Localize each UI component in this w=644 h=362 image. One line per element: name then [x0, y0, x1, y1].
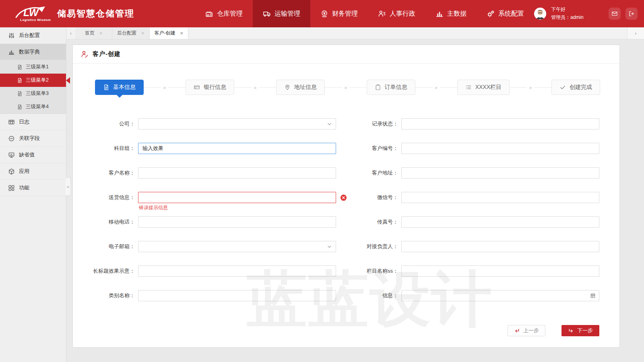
- email-select[interactable]: [138, 241, 336, 252]
- tab-scroll-right-button[interactable]: ›: [627, 27, 644, 39]
- chevron-right-icon: ›: [635, 30, 636, 36]
- sidebar-item-default-values[interactable]: 缺省值: [0, 147, 66, 163]
- sidebar-item-logs[interactable]: 日志: [0, 114, 66, 130]
- info-date-input[interactable]: [401, 290, 599, 301]
- nav-item-finance[interactable]: 财务管理: [310, 0, 368, 27]
- sidebar-subitem-menu1[interactable]: 三级菜单1: [0, 60, 66, 74]
- company-select[interactable]: [138, 118, 336, 130]
- next-step-button[interactable]: 下一步: [561, 325, 599, 336]
- sidebar-item-applications[interactable]: 应用: [0, 163, 66, 180]
- field-customer-address: 客户地址：: [336, 167, 599, 179]
- category-name-input[interactable]: [138, 290, 336, 301]
- sidebar-subitem-menu2[interactable]: 三级菜单2: [0, 74, 66, 87]
- step-order-info[interactable]: 订单信息: [367, 80, 415, 95]
- user-avatar[interactable]: [534, 8, 546, 20]
- field-category-name: 类别名称：: [73, 290, 336, 301]
- column-name-ss-input[interactable]: [401, 265, 599, 277]
- subject-group-input[interactable]: [138, 143, 336, 154]
- nav-item-hr[interactable]: 人事行政: [368, 0, 425, 27]
- link-icon: [8, 135, 15, 142]
- check-icon: [559, 84, 566, 90]
- nav-item-system-config[interactable]: 系统配置: [477, 0, 534, 27]
- record-status-input[interactable]: [401, 118, 599, 130]
- contact-person-input[interactable]: [401, 241, 599, 252]
- apps-icon: [8, 185, 15, 191]
- field-subject-group: 科目组：: [73, 143, 336, 154]
- field-column-name-ss: 栏目名称ss：: [336, 265, 599, 277]
- tab-backend-config[interactable]: 后台配置 ×: [112, 27, 150, 39]
- field-mobile-phone: 移动电话：: [73, 216, 336, 228]
- sidebar-item-functions[interactable]: 功能: [0, 180, 66, 196]
- logout-button[interactable]: [625, 8, 638, 20]
- nav-item-warehouse[interactable]: 仓库管理: [195, 0, 253, 27]
- delivery-info-input[interactable]: [138, 192, 336, 203]
- app-logo[interactable]: LW Logistics Wisdom 储易智慧仓储管理: [0, 5, 133, 22]
- tab-close-icon[interactable]: ×: [180, 31, 184, 36]
- wechat-id-input[interactable]: [401, 192, 599, 203]
- field-label: 移动电话：: [73, 218, 138, 226]
- next-step-label: 下一步: [577, 327, 593, 334]
- sidebar-collapse-button[interactable]: «: [66, 177, 71, 196]
- sidebar-subitem-menu3[interactable]: 三级菜单3: [0, 87, 66, 100]
- field-label: 记录状态：: [336, 120, 401, 128]
- customer-create-card: 客户-创建 基本信息 » 银行信息 »: [72, 45, 620, 348]
- tab-close-icon[interactable]: ×: [99, 31, 103, 36]
- nav-label: 人事行政: [390, 10, 415, 18]
- field-label: 客户地址：: [336, 169, 401, 177]
- field-label: 栏目名称ss：: [336, 267, 401, 275]
- sidebar-item-label: 数据字典: [19, 48, 40, 56]
- nav-item-master-data[interactable]: 主数据: [425, 0, 477, 27]
- tab-close-icon[interactable]: ×: [141, 31, 144, 36]
- previous-step-label: 上一步: [523, 327, 539, 334]
- document-icon: [17, 64, 23, 70]
- calendar-icon[interactable]: [590, 293, 596, 298]
- collapse-chevrons-icon: «: [67, 184, 69, 189]
- double-chevron-icon: »: [161, 84, 168, 90]
- field-label: 传真号：: [336, 218, 401, 226]
- field-label: 长标题效果示意：: [73, 267, 138, 275]
- customer-number-input[interactable]: [401, 143, 599, 154]
- chevron-left-icon: ‹: [70, 30, 72, 36]
- tab-label: 客户-创建: [155, 30, 175, 37]
- step-create-complete[interactable]: 创建完成: [551, 80, 600, 95]
- step-connector: »: [144, 84, 186, 90]
- sidebar-subitem-menu4[interactable]: 三级菜单4: [0, 100, 66, 113]
- customer-name-input[interactable]: [138, 167, 336, 179]
- arrow-forward-icon: [568, 328, 574, 334]
- step-basic-info[interactable]: 基本信息: [95, 80, 144, 95]
- tab-scroll-left-button[interactable]: ‹: [66, 27, 75, 39]
- field-label: 客户编号：: [336, 145, 401, 152]
- document-icon: [17, 78, 23, 83]
- logout-icon: [628, 10, 635, 17]
- step-xxxx-column[interactable]: XXXX栏目: [457, 80, 510, 95]
- sidebar-item-data-dictionary[interactable]: 数据字典: [0, 44, 66, 60]
- step-connector: »: [325, 84, 367, 90]
- tab-label: 首页: [85, 30, 95, 37]
- page-title-bar: 客户-创建: [73, 45, 619, 64]
- wizard-footer: 上一步 下一步: [508, 325, 599, 336]
- tab-home[interactable]: 首页 ×: [75, 27, 112, 39]
- sidebar-item-backend-config[interactable]: 后台配置: [0, 27, 66, 44]
- nav-item-transport[interactable]: 运输管理: [253, 0, 310, 27]
- field-label: 对接负责人：: [336, 243, 401, 250]
- long-title-demo-input[interactable]: [138, 265, 336, 277]
- logo-mark-icon: LW Logistics Wisdom: [14, 5, 52, 22]
- nav-label: 财务管理: [332, 10, 358, 18]
- step-bank-info[interactable]: 银行信息: [186, 80, 234, 95]
- mail-button[interactable]: [609, 8, 621, 20]
- previous-step-button[interactable]: 上一步: [508, 325, 545, 336]
- step-address-info[interactable]: 地址信息: [276, 80, 325, 95]
- field-label: 微信号：: [336, 194, 401, 201]
- bar-chart-icon: [8, 49, 15, 56]
- sidebar-item-linked-fields[interactable]: 关联字段: [0, 130, 66, 147]
- field-company: 公司：: [73, 118, 336, 130]
- mobile-phone-input[interactable]: [138, 216, 336, 228]
- content-area: 客户-创建 基本信息 » 银行信息 »: [66, 39, 644, 362]
- tab-customer-create[interactable]: 客户-创建 ×: [150, 27, 189, 39]
- warehouse-icon: [205, 10, 213, 18]
- customer-address-input[interactable]: [401, 167, 599, 179]
- list-icon: [465, 84, 472, 90]
- fax-number-input[interactable]: [401, 216, 599, 228]
- person-edit-icon: [81, 50, 89, 58]
- field-delivery-info: 送货信息： 错误提示信息: [73, 192, 336, 203]
